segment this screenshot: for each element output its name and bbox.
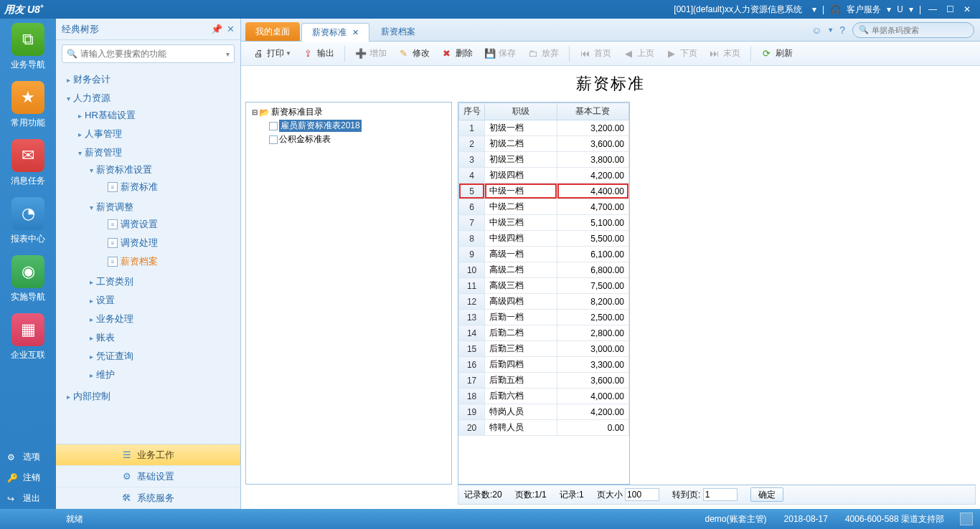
table-row[interactable]: 7 中级三档 5,100.00 (459, 215, 629, 231)
dir-item-1[interactable]: 雇员薪资标准表2018 (249, 119, 448, 133)
tree-node-salary-adj[interactable]: ▾薪资调整 (56, 199, 240, 215)
tree-node-hr-base[interactable]: ▸HR基础设置 (56, 108, 240, 123)
tree-node-hr[interactable]: ▾人力资源 (56, 90, 240, 106)
table-row[interactable]: 10 高级二档 6,800.00 (459, 262, 629, 278)
print-button[interactable]: 🖨打印▼ (247, 45, 297, 62)
table-row[interactable]: 20 特聘人员 0.00 (459, 420, 629, 436)
last-page-button[interactable]: ⏭末页 (703, 45, 746, 62)
dir-item-2[interactable]: 公积金标准表 (249, 133, 448, 146)
tree-node-hr-person[interactable]: ▸人事管理 (56, 126, 240, 142)
add-button[interactable]: ➕增加 (349, 45, 392, 62)
cell-seq: 1 (459, 120, 485, 136)
abandon-button[interactable]: 🗀放弃 (522, 45, 565, 62)
dropdown-icon-2[interactable]: ▾ (909, 4, 913, 14)
dir-root[interactable]: ⊟📂薪资标准目录 (249, 105, 448, 119)
sidebar-exit[interactable]: ↪退出 (0, 488, 56, 509)
chevron-down-icon[interactable]: ▼ (286, 50, 291, 57)
tree-node-ledger[interactable]: ▸账表 (56, 330, 240, 345)
table-row[interactable]: 13 后勤一档 2,500.00 (459, 310, 629, 325)
u-menu[interactable]: U (897, 4, 903, 14)
export-button[interactable]: ⇪输出 (297, 45, 340, 62)
tree-node-biz-proc[interactable]: ▸业务处理 (56, 311, 240, 327)
table-row[interactable]: 15 后勤三档 3,000.00 (459, 341, 629, 357)
customer-service-link[interactable]: 客户服务 (847, 4, 881, 16)
tree-node-salary-cat[interactable]: ▸工资类别 (56, 274, 240, 290)
tree-node-salary-mgmt[interactable]: ▾薪资管理 (56, 145, 240, 161)
sidebar-options[interactable]: ⚙选项 (0, 447, 56, 467)
page-size-input[interactable] (625, 488, 659, 501)
table-row[interactable]: 9 高级一档 6,100.00 (459, 247, 629, 262)
tree-node-fin[interactable]: ▸财务会计 (56, 72, 240, 87)
minimize-button[interactable]: — (924, 4, 941, 14)
help-icon[interactable]: ? (839, 24, 845, 36)
gear-icon: ⚙ (7, 452, 19, 462)
maximize-button[interactable]: ☐ (941, 4, 958, 14)
tree-node-salary-std-set[interactable]: ▾薪资标准设置 (56, 162, 240, 178)
tree-node-adj-proc[interactable]: ≡调资处理 (56, 235, 240, 251)
bottom-tab-biz[interactable]: ☰业务工作 (56, 444, 240, 466)
table-row[interactable]: 2 初级二档 3,600.00 (459, 136, 629, 152)
sidebar-item-fav[interactable]: ★常用功能 (6, 81, 50, 129)
table-row[interactable]: 6 中级二档 4,700.00 (459, 199, 629, 215)
next-page-button[interactable]: ▶下页 (660, 45, 703, 62)
tree-node-adj-set[interactable]: ≡调资设置 (56, 216, 240, 232)
tree-node-salary-file-leaf[interactable]: ≡薪资档案 (56, 254, 240, 270)
barcode-search[interactable]: 🔍 (852, 22, 974, 38)
delete-button[interactable]: ✖删除 (435, 45, 479, 62)
table-row[interactable]: 5 中级一档 4,400.00 (459, 184, 629, 199)
col-seq[interactable]: 序号 (459, 103, 485, 120)
chevron-down-icon[interactable]: ▼ (827, 27, 834, 34)
goto-page-input[interactable] (703, 488, 738, 501)
search-dropdown-icon[interactable]: ▾ (226, 50, 230, 58)
sidebar-item-ent[interactable]: ▦企业互联 (6, 313, 50, 361)
abandon-icon: 🗀 (527, 48, 539, 59)
table-row[interactable]: 8 中级四档 5,500.00 (459, 231, 629, 247)
table-row[interactable]: 11 高级三档 7,500.00 (459, 278, 629, 294)
pin-icon[interactable]: 📌 (211, 24, 222, 34)
tree-node-maint[interactable]: ▸维护 (56, 367, 240, 383)
close-button[interactable]: ✕ (958, 4, 976, 14)
table-row[interactable]: 3 初级三档 3,800.00 (459, 152, 629, 168)
table-row[interactable]: 4 初级四档 4,200.00 (459, 168, 629, 184)
nav-search-box[interactable]: 🔍 ▾ (62, 44, 235, 63)
bottom-tab-base[interactable]: ⚙基础设置 (56, 466, 240, 487)
table-row[interactable]: 19 特岗人员 4,200.00 (459, 404, 629, 420)
tab-salary-standard[interactable]: 薪资标准✕ (301, 23, 369, 42)
tab-salary-file[interactable]: 薪资档案 (371, 22, 425, 41)
nav-search-input[interactable] (80, 49, 226, 59)
table-row[interactable]: 12 高级四档 8,200.00 (459, 294, 629, 310)
data-grid[interactable]: 序号 职级 基本工资 1 初级一档 3,200.002 初级二档 3,600.0… (458, 102, 630, 485)
table-row[interactable]: 1 初级一档 3,200.00 (459, 120, 629, 136)
tree-node-settings[interactable]: ▸设置 (56, 292, 240, 308)
tab-my-desktop[interactable]: 我的桌面 (245, 22, 300, 41)
sidebar-logout[interactable]: 🔑注销 (0, 467, 56, 488)
status-icon[interactable] (960, 513, 973, 525)
dropdown-icon[interactable]: ▾ (887, 4, 891, 14)
refresh-button[interactable]: ⟳刷新 (755, 45, 798, 62)
close-panel-icon[interactable]: ✕ (227, 24, 235, 34)
table-row[interactable]: 16 后勤四档 3,300.00 (459, 357, 629, 373)
smile-icon[interactable]: ☺ (811, 24, 821, 36)
tree-node-internal[interactable]: ▸内部控制 (56, 389, 240, 404)
tree-node-salary-std[interactable]: ≡薪资标准 (56, 179, 240, 195)
table-row[interactable]: 18 后勤六档 4,000.00 (459, 389, 629, 404)
table-row[interactable]: 17 后勤五档 3,600.00 (459, 373, 629, 389)
sidebar-item-biznav[interactable]: ⧉业务导航 (6, 23, 50, 71)
tab-close-icon[interactable]: ✕ (352, 28, 359, 37)
col-base[interactable]: 基本工资 (557, 103, 628, 120)
table-row[interactable]: 14 后勤二档 2,800.00 (459, 325, 629, 341)
sidebar-item-report[interactable]: ◔报表中心 (6, 197, 50, 245)
modify-button[interactable]: ✎修改 (392, 45, 435, 62)
barcode-search-input[interactable] (872, 26, 971, 34)
save-button[interactable]: 💾保存 (479, 45, 522, 62)
prev-page-button[interactable]: ◀上页 (617, 45, 660, 62)
headset-icon[interactable]: 🎧 (830, 4, 841, 14)
bottom-tab-sys[interactable]: 🛠系统服务 (56, 487, 240, 509)
sidebar-item-msg[interactable]: ✉消息任务 (6, 139, 50, 187)
title-dropdown-icon[interactable]: ▾ (812, 4, 816, 14)
confirm-button[interactable]: 确定 (750, 487, 783, 502)
first-page-button[interactable]: ⏮首页 (574, 45, 617, 62)
col-level[interactable]: 职级 (485, 103, 557, 120)
sidebar-item-impl[interactable]: ◉实施导航 (6, 255, 50, 303)
tree-node-voucher[interactable]: ▸凭证查询 (56, 348, 240, 364)
